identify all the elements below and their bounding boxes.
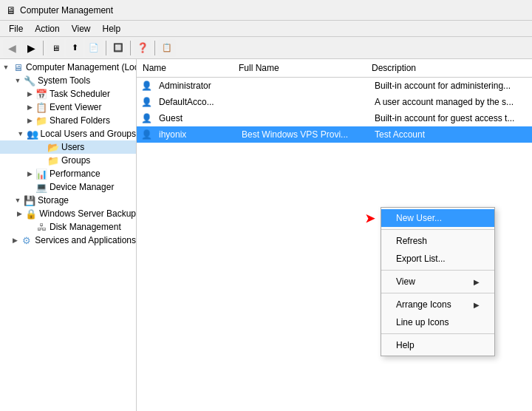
- cell-name-guest: Guest: [153, 112, 236, 124]
- ctx-label-view: View: [396, 276, 415, 287]
- table-row[interactable]: 👤 Administrator Built-in account for adm…: [137, 78, 532, 94]
- cell-name-administrator: Administrator: [153, 80, 236, 92]
- tree-item-local-users[interactable]: ▼ 👥 Local Users and Groups: [0, 127, 136, 140]
- new-window-button[interactable]: 🔲: [109, 39, 127, 57]
- task-scheduler-icon: 📅: [35, 88, 47, 100]
- cell-desc-administrator: Built-in account for administering...: [369, 80, 532, 92]
- col-header-fullname[interactable]: Full Name: [233, 61, 366, 75]
- menu-action[interactable]: Action: [29, 22, 65, 35]
- task-scheduler-label: Task Scheduler: [50, 89, 110, 99]
- backup-expander[interactable]: ▶: [13, 208, 25, 220]
- tree-item-shared-folders[interactable]: ▶ 📁 Shared Folders: [0, 114, 136, 127]
- ctx-item-arrange-icons[interactable]: Arrange Icons ▶: [381, 296, 494, 313]
- device-manager-label: Device Manager: [50, 182, 114, 192]
- ctx-sep-3: [381, 293, 494, 293]
- tree-item-task-scheduler[interactable]: ▶ 📅 Task Scheduler: [0, 87, 136, 101]
- tree-item-device-manager[interactable]: ▶ 💻 Device Manager: [0, 180, 136, 194]
- shared-folders-expander[interactable]: ▶: [24, 115, 35, 126]
- tree-item-groups[interactable]: ▶ 📁 Groups: [0, 154, 136, 167]
- services-expander[interactable]: ▶: [9, 234, 21, 246]
- title-bar: 🖥 Computer Management: [0, 0, 532, 21]
- system-tools-icon: 🔧: [24, 75, 35, 86]
- tree-item-windows-server-backup[interactable]: ▶ 🔒 Windows Server Backup: [0, 207, 136, 220]
- table-row[interactable]: 👤 Guest Built-in account for guest acces…: [137, 110, 532, 126]
- tree-item-services-and-apps[interactable]: ▶ ⚙ Services and Applications: [0, 234, 136, 247]
- tree-item-users[interactable]: ▶ 📂 Users: [0, 140, 136, 154]
- forward-button[interactable]: ▶: [22, 39, 40, 57]
- table-row[interactable]: 👤 DefaultAcco... A user account managed …: [137, 94, 532, 110]
- title-bar-icon: 🖥: [6, 4, 16, 16]
- ctx-label-help: Help: [396, 340, 415, 350]
- local-users-expander[interactable]: ▼: [15, 128, 27, 140]
- system-tools-label: System Tools: [38, 75, 90, 86]
- col-header-description[interactable]: Description: [366, 61, 532, 75]
- tree-item-event-viewer[interactable]: ▶ 📋 Event Viewer: [0, 101, 136, 114]
- cell-desc-defaultaccount: A user account managed by the s...: [369, 96, 532, 108]
- context-menu: ➤ New User... Refresh Export List... Vie…: [381, 207, 495, 356]
- cell-name-defaultaccount: DefaultAcco...: [153, 96, 236, 108]
- tree-item-system-tools[interactable]: ▼ 🔧 System Tools: [0, 74, 136, 87]
- services-icon: ⚙: [21, 234, 33, 246]
- task-scheduler-expander[interactable]: ▶: [24, 88, 35, 100]
- users-label: Users: [61, 142, 84, 152]
- tree-item-storage[interactable]: ▼ 💾 Storage: [0, 194, 136, 207]
- event-viewer-label: Event Viewer: [50, 102, 101, 112]
- show-hide-console-tree-button[interactable]: 🖥: [47, 39, 64, 57]
- table-header: Name Full Name Description: [137, 59, 532, 78]
- ctx-item-new-user[interactable]: ➤ New User...: [381, 209, 494, 227]
- ctx-sep-2: [381, 270, 494, 271]
- arrange-icons-submenu-arrow: ▶: [474, 301, 480, 309]
- row-icon-ihyonix: 👤: [140, 128, 153, 141]
- tree-root-label: Computer Management (Local: [26, 62, 137, 72]
- ctx-item-export-list[interactable]: Export List...: [381, 250, 494, 268]
- storage-expander[interactable]: ▼: [12, 194, 24, 206]
- services-label: Services and Applications: [35, 235, 136, 245]
- toolbar-sep3: [130, 41, 131, 55]
- tree-item-disk-management[interactable]: ▶ 🖧 Disk Management: [0, 220, 136, 234]
- cell-desc-ihyonix: Test Account: [369, 129, 532, 140]
- cell-fullname-guest: [236, 118, 369, 119]
- ctx-item-refresh[interactable]: Refresh: [381, 232, 494, 250]
- performance-expander[interactable]: ▶: [24, 168, 35, 180]
- system-tools-expander[interactable]: ▼: [12, 75, 24, 86]
- users-folder-icon: 📂: [47, 141, 59, 153]
- ctx-label-arrange-icons: Arrange Icons: [396, 299, 451, 310]
- local-users-icon: 👥: [27, 128, 38, 140]
- groups-label: Groups: [61, 155, 90, 166]
- ctx-item-view[interactable]: View ▶: [381, 273, 494, 291]
- shared-folders-icon: 📁: [35, 115, 47, 126]
- tree-item-performance[interactable]: ▶ 📊 Performance: [0, 167, 136, 180]
- right-panel[interactable]: Name Full Name Description 👤 Administrat…: [137, 59, 532, 411]
- ctx-sep-1: [381, 229, 494, 230]
- help-button[interactable]: ❓: [134, 39, 151, 57]
- ctx-sep-4: [381, 333, 494, 334]
- properties-button[interactable]: 📋: [158, 39, 176, 57]
- menu-file[interactable]: File: [3, 22, 29, 35]
- event-viewer-expander[interactable]: ▶: [24, 101, 35, 113]
- cell-desc-guest: Built-in account for guest access t...: [369, 112, 532, 124]
- back-button[interactable]: ◀: [3, 39, 21, 57]
- menu-bar: File Action View Help: [0, 21, 532, 37]
- col-header-name[interactable]: Name: [137, 61, 233, 75]
- menu-help[interactable]: Help: [97, 22, 127, 35]
- ctx-item-line-up-icons[interactable]: Line up Icons: [381, 313, 494, 331]
- performance-label: Performance: [50, 169, 100, 179]
- ctx-label-line-up-icons: Line up Icons: [396, 317, 449, 327]
- table-row-selected[interactable]: 👤 ihyonix Best Windows VPS Provi... Test…: [137, 126, 532, 143]
- tree-root[interactable]: ▼ 🖥 Computer Management (Local: [0, 61, 136, 74]
- computer-icon: 🖥: [12, 61, 24, 73]
- ctx-item-help[interactable]: Help: [381, 336, 494, 354]
- toolbar: ◀ ▶ 🖥 ⬆ 📄 🔲 ❓ 📋: [0, 37, 532, 59]
- cell-name-ihyonix: ihyonix: [153, 129, 236, 140]
- storage-label: Storage: [38, 195, 69, 206]
- row-icon-administrator: 👤: [140, 79, 153, 92]
- tree-panel[interactable]: ▼ 🖥 Computer Management (Local ▼ 🔧 Syste…: [0, 59, 137, 411]
- root-expander[interactable]: ▼: [0, 61, 12, 73]
- menu-view[interactable]: View: [66, 22, 97, 35]
- up-button[interactable]: ⬆: [66, 39, 83, 57]
- disk-management-icon: 🖧: [35, 221, 47, 233]
- view-submenu-arrow: ▶: [474, 278, 480, 286]
- toolbar-sep4: [154, 41, 155, 55]
- performance-icon: 📊: [35, 168, 47, 180]
- show-hide-action-pane-button[interactable]: 📄: [85, 39, 103, 57]
